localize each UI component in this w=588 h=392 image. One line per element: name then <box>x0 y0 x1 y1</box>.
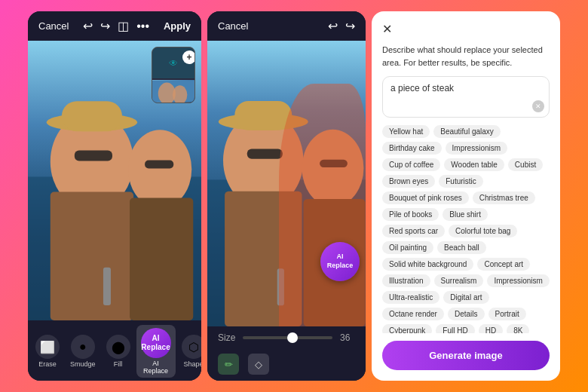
suggestion-tag[interactable]: Illustration <box>382 274 430 287</box>
suggestion-tag[interactable]: Beautiful galaxy <box>433 125 501 138</box>
svg-rect-7 <box>130 198 193 320</box>
svg-rect-5 <box>75 150 112 161</box>
svg-rect-2 <box>51 192 133 320</box>
svg-rect-4 <box>62 101 122 131</box>
left-header: Cancel ↩ ↪ ◫ ••• Apply <box>28 11 201 41</box>
suggestion-tag[interactable]: Portrait <box>488 308 526 320</box>
size-controls: Size 36 <box>207 326 366 349</box>
mid-redo-icon[interactable]: ↪ <box>345 19 355 33</box>
redo-icon[interactable]: ↪ <box>100 19 110 33</box>
suggestion-tag[interactable]: Details <box>448 308 485 320</box>
mid-bottom-tools: ✏ ◇ <box>207 349 366 381</box>
svg-rect-8 <box>145 160 173 168</box>
brush-tool[interactable]: ✏ <box>218 354 239 375</box>
suggestion-tag[interactable]: Cubist <box>508 158 543 171</box>
tool-shape[interactable]: ⬡ Shape <box>177 332 201 371</box>
prompt-text[interactable]: a piece of steak <box>390 83 541 93</box>
suggestion-tag[interactable]: Oil painting <box>382 241 433 254</box>
right-ai-panel: ✕ Describe what should replace your sele… <box>372 11 560 381</box>
smudge-icon: ● <box>71 335 95 359</box>
suggestion-tag[interactable]: Solid white background <box>382 258 473 271</box>
prompt-input-container[interactable]: a piece of steak ✕ <box>382 76 550 118</box>
tools-row: ⬜ Erase ● Smudge ⬤ Fill AIReplace AI Rep… <box>31 325 198 378</box>
suggestion-tag[interactable]: Birthday cake <box>382 142 442 155</box>
suggestion-tag[interactable]: Concept art <box>477 258 530 271</box>
tool-erase[interactable]: ⬜ Erase <box>31 332 64 371</box>
header-icons: ↩ ↪ ◫ ••• <box>83 19 149 33</box>
suggestion-tag[interactable]: Ultra-realistic <box>382 291 439 304</box>
size-slider[interactable] <box>243 336 332 339</box>
suggestion-tag[interactable]: Digital art <box>443 291 488 304</box>
fill-icon: ⬤ <box>106 335 130 359</box>
suggestion-tag[interactable]: Full HD <box>436 324 474 333</box>
mid-undo-icon[interactable]: ↩ <box>328 19 338 33</box>
suggestion-tag[interactable]: Octane render <box>382 308 444 320</box>
selection-overlay <box>279 84 366 326</box>
tags-container: Yellow hatBeautiful galaxyBirthday cakeI… <box>382 125 550 333</box>
suggestion-tag[interactable]: Futuristic <box>439 175 483 188</box>
erase-icon: ⬜ <box>35 335 60 359</box>
slider-thumb[interactable] <box>287 332 298 343</box>
left-photo-area: + 👁 <box>28 41 201 320</box>
mid-header-icons: ↩ ↪ <box>328 19 355 33</box>
generate-button[interactable]: Generate image <box>382 341 550 370</box>
mid-photo-area: AIReplace <box>207 41 366 326</box>
mini-thumbnail <box>152 80 194 103</box>
undo-icon[interactable]: ↩ <box>83 19 93 33</box>
close-row: ✕ <box>382 22 550 36</box>
tool-ai-replace[interactable]: AIReplace AI Replace <box>136 325 176 378</box>
tool-fill[interactable]: ⬤ Fill <box>102 332 135 371</box>
photo-background: + 👁 <box>28 41 201 320</box>
left-toolbar: ⬜ Erase ● Smudge ⬤ Fill AIReplace AI Rep… <box>28 320 201 381</box>
apply-button[interactable]: Apply <box>164 20 191 32</box>
svg-rect-17 <box>234 101 292 130</box>
cancel-button-mid[interactable]: Cancel <box>218 20 248 32</box>
ai-replace-icon: AIReplace <box>141 328 171 358</box>
suggestion-tag[interactable]: Blue shirt <box>443 208 488 221</box>
eye-icon: 👁 <box>169 58 178 69</box>
ai-replace-float-button[interactable]: AIReplace <box>320 242 360 281</box>
svg-rect-18 <box>247 149 283 158</box>
prompt-description: Describe what should replace your select… <box>382 44 550 69</box>
svg-point-6 <box>128 130 191 208</box>
add-layer-icon[interactable]: + <box>182 51 195 64</box>
eraser-tool[interactable]: ◇ <box>248 354 269 375</box>
suggestion-tag[interactable]: Brown eyes <box>382 175 435 188</box>
suggestion-tag[interactable]: Impressionism <box>487 274 549 287</box>
suggestion-tag[interactable]: Beach ball <box>437 241 486 254</box>
shape-icon: ⬡ <box>182 335 201 359</box>
cancel-button-left[interactable]: Cancel <box>38 20 69 32</box>
more-icon[interactable]: ••• <box>136 20 149 33</box>
layers-icon[interactable]: ◫ <box>118 19 129 33</box>
suggestion-tag[interactable]: HD <box>479 324 503 333</box>
suggestion-tag[interactable]: Christmas tree <box>473 191 535 204</box>
close-button[interactable]: ✕ <box>382 22 392 36</box>
svg-rect-9 <box>103 268 111 305</box>
suggestion-tag[interactable]: Impressionism <box>446 142 507 155</box>
suggestion-tag[interactable]: Bouquet of pink roses <box>382 191 469 204</box>
layer-overlay[interactable]: + 👁 <box>152 47 195 103</box>
suggestion-tag[interactable]: Pile of books <box>382 208 439 221</box>
suggestion-tag[interactable]: Red sports car <box>382 225 445 237</box>
left-editor-panel: Cancel ↩ ↪ ◫ ••• Apply <box>28 11 201 381</box>
mid-editor-panel: Cancel ↩ ↪ <box>207 11 366 381</box>
mid-header: Cancel ↩ ↪ <box>207 11 366 41</box>
suggestion-tag[interactable]: Colorful tote bag <box>449 225 517 237</box>
mid-photo-bg: AIReplace <box>207 41 366 326</box>
suggestion-tag[interactable]: Cyberpunk <box>382 324 432 333</box>
suggestion-tag[interactable]: 8K <box>507 324 529 333</box>
suggestion-tag[interactable]: Yellow hat <box>382 125 430 138</box>
mini-photo-thumb <box>152 80 194 103</box>
clear-prompt-button[interactable]: ✕ <box>532 100 544 112</box>
suggestion-tag[interactable]: Cup of coffee <box>382 158 440 171</box>
mini-svg <box>152 80 194 103</box>
suggestion-tag[interactable]: Wooden table <box>444 158 504 171</box>
suggestion-tags-area: Yellow hatBeautiful galaxyBirthday cakeI… <box>382 125 550 333</box>
tool-smudge[interactable]: ● Smudge <box>66 332 100 371</box>
suggestion-tag[interactable]: Surrealism <box>434 274 484 287</box>
